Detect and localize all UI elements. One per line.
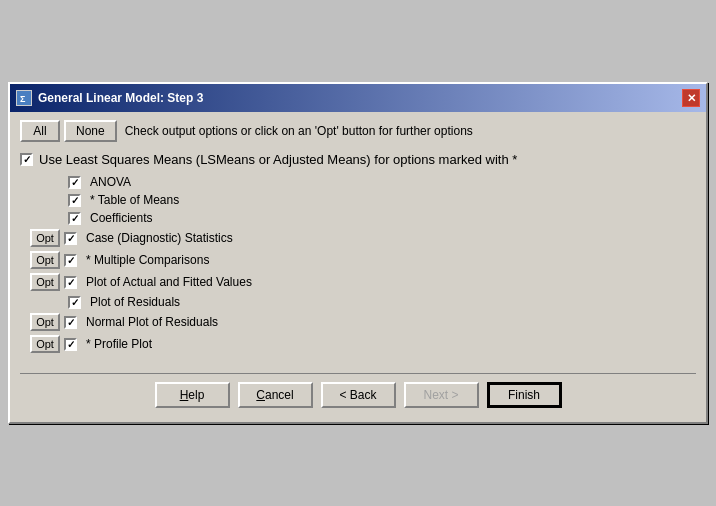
lsmeans-row: Use Least Squares Means (LSMeans or Adju… xyxy=(20,150,696,169)
checkbox-actual-fitted-plot[interactable] xyxy=(64,276,77,289)
option-row-case-diagnostic: Opt Case (Diagnostic) Statistics xyxy=(30,229,696,247)
opt-button-normal-residuals-plot[interactable]: Opt xyxy=(30,313,60,331)
top-bar: All None Check output options or click o… xyxy=(20,120,696,142)
back-label: < Back xyxy=(339,388,376,402)
label-multiple-comparisons: * Multiple Comparisons xyxy=(86,253,209,267)
svg-text:Σ: Σ xyxy=(20,94,26,104)
label-profile-plot: * Profile Plot xyxy=(86,337,152,351)
label-anova: ANOVA xyxy=(90,175,131,189)
checkbox-wrapper-profile-plot: * Profile Plot xyxy=(64,337,152,351)
checkbox-coefficients[interactable] xyxy=(68,212,81,225)
title-bar-left: Σ General Linear Model: Step 3 xyxy=(16,90,203,106)
checkbox-profile-plot[interactable] xyxy=(64,338,77,351)
finish-button[interactable]: Finish xyxy=(487,382,562,408)
option-row-coefficients: Coefficients xyxy=(30,211,696,225)
finish-label: Finish xyxy=(508,388,540,402)
checkbox-wrapper-table-of-means: * Table of Means xyxy=(68,193,179,207)
next-label: Next > xyxy=(423,388,458,402)
opt-button-multiple-comparisons[interactable]: Opt xyxy=(30,251,60,269)
next-button[interactable]: Next > xyxy=(404,382,479,408)
option-row-multiple-comparisons: Opt * Multiple Comparisons xyxy=(30,251,696,269)
checkbox-case-diagnostic[interactable] xyxy=(64,232,77,245)
opt-button-profile-plot[interactable]: Opt xyxy=(30,335,60,353)
label-normal-residuals-plot: Normal Plot of Residuals xyxy=(86,315,218,329)
checkbox-wrapper-case-diagnostic: Case (Diagnostic) Statistics xyxy=(64,231,233,245)
title-bar: Σ General Linear Model: Step 3 ✕ xyxy=(10,84,706,112)
label-residuals-plot: Plot of Residuals xyxy=(90,295,180,309)
option-row-anova: ANOVA xyxy=(30,175,696,189)
option-row-residuals-plot: Plot of Residuals xyxy=(30,295,696,309)
opt-button-actual-fitted-plot[interactable]: Opt xyxy=(30,273,60,291)
cancel-button[interactable]: Cancel xyxy=(238,382,313,408)
checkbox-anova[interactable] xyxy=(68,176,81,189)
dialog-content: All None Check output options or click o… xyxy=(10,112,706,422)
checkbox-table-of-means[interactable] xyxy=(68,194,81,207)
label-actual-fitted-plot: Plot of Actual and Fitted Values xyxy=(86,275,252,289)
checkbox-wrapper-anova: ANOVA xyxy=(68,175,131,189)
checkbox-wrapper-normal-residuals-plot: Normal Plot of Residuals xyxy=(64,315,218,329)
opt-button-case-diagnostic[interactable]: Opt xyxy=(30,229,60,247)
checkbox-wrapper-residuals-plot: Plot of Residuals xyxy=(68,295,180,309)
none-button[interactable]: None xyxy=(64,120,117,142)
dialog-window: Σ General Linear Model: Step 3 ✕ All Non… xyxy=(8,82,708,424)
lsmeans-label: Use Least Squares Means (LSMeans or Adju… xyxy=(39,152,517,167)
close-button[interactable]: ✕ xyxy=(682,89,700,107)
label-coefficients: Coefficients xyxy=(90,211,152,225)
label-table-of-means: * Table of Means xyxy=(90,193,179,207)
help-label: Help xyxy=(180,388,205,402)
checkbox-wrapper-coefficients: Coefficients xyxy=(68,211,152,225)
option-row-profile-plot: Opt * Profile Plot xyxy=(30,335,696,353)
all-button[interactable]: All xyxy=(20,120,60,142)
lsmeans-checkbox[interactable] xyxy=(20,153,33,166)
window-icon: Σ xyxy=(16,90,32,106)
back-button[interactable]: < Back xyxy=(321,382,396,408)
label-case-diagnostic: Case (Diagnostic) Statistics xyxy=(86,231,233,245)
checkbox-multiple-comparisons[interactable] xyxy=(64,254,77,267)
cancel-label: Cancel xyxy=(256,388,293,402)
instruction-text: Check output options or click on an 'Opt… xyxy=(125,124,473,138)
option-row-table-of-means: * Table of Means xyxy=(30,193,696,207)
option-row-normal-residuals-plot: Opt Normal Plot of Residuals xyxy=(30,313,696,331)
option-row-actual-fitted-plot: Opt Plot of Actual and Fitted Values xyxy=(30,273,696,291)
help-button[interactable]: Help xyxy=(155,382,230,408)
checkbox-wrapper-actual-fitted-plot: Plot of Actual and Fitted Values xyxy=(64,275,252,289)
checkbox-normal-residuals-plot[interactable] xyxy=(64,316,77,329)
button-bar: Help Cancel < Back Next > Finish xyxy=(20,373,696,412)
checkbox-wrapper-multiple-comparisons: * Multiple Comparisons xyxy=(64,253,209,267)
checkbox-residuals-plot[interactable] xyxy=(68,296,81,309)
options-area: ANOVA * Table of Means Coefficients xyxy=(30,175,696,353)
window-title: General Linear Model: Step 3 xyxy=(38,91,203,105)
